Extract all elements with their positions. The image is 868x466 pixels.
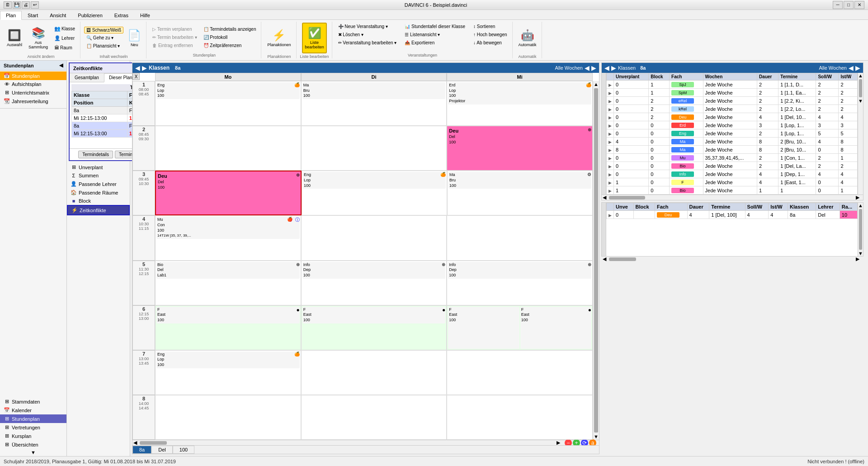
cell-mi-6[interactable]: FEast100 FEast100 ●: [447, 305, 593, 350]
bscroll-left[interactable]: ◀: [603, 256, 609, 262]
cell-mo-8[interactable]: [155, 395, 301, 440]
btn-auswahl[interactable]: 🔲 Auswahl: [5, 23, 24, 53]
btn-protokoll[interactable]: 🔄 Protokoll: [201, 33, 259, 41]
right-scroll-left[interactable]: ◀: [603, 195, 609, 200]
btn-listenansicht[interactable]: ☰ Listenansicht ▾: [402, 31, 467, 38]
col-x-btn[interactable]: X: [132, 73, 140, 80]
cell-di-2[interactable]: [301, 126, 447, 171]
bottom-right-scrollbar[interactable]: ▲ ▼: [858, 203, 863, 256]
right-week-prev[interactable]: ◀: [849, 64, 854, 71]
btn-raum[interactable]: 🏛 Raum: [52, 43, 77, 52]
cell-di-1[interactable]: MaBru100: [301, 81, 447, 126]
right-h-thumb[interactable]: [609, 196, 645, 200]
tab-publizieren[interactable]: Publizieren: [72, 11, 108, 19]
calendar-h-scrollbar[interactable]: ◀ ▶ − + ⟳ a: [132, 440, 599, 445]
btn-eintrag-entfernen[interactable]: 🗑 Eintrag entfernen: [150, 42, 199, 49]
scroll-up-btn[interactable]: ▲: [593, 81, 599, 87]
cell-mo-7[interactable]: EngLop100 🍊: [155, 350, 301, 395]
cell-mo-6[interactable]: FEast100 ●: [155, 305, 301, 350]
list-item[interactable]: ▶ 00 Erd Jede Woche3 1 [Lop, 1...33: [607, 121, 858, 129]
btn-sortieren[interactable]: ↕ Sortieren: [471, 23, 509, 30]
quick-access-1[interactable]: 💾: [13, 1, 21, 9]
right-prev-btn[interactable]: ◀: [604, 64, 609, 71]
bscroll-down[interactable]: ▼: [858, 251, 863, 256]
list-item[interactable]: ▶ 40 Ma Jede Woche8 2 [Bru, 10...48: [607, 138, 858, 146]
btn-termindetails[interactable]: Termindetails: [78, 151, 113, 158]
sidebar-item-vertretungen[interactable]: ⊞ Vertretungen: [0, 423, 66, 432]
btn-veranstaltung-bearbeiten[interactable]: ✏ Veranstaltung bearbeiten ▾: [336, 39, 399, 47]
cell-mo-5[interactable]: BioDelLab1 ⊕: [155, 261, 301, 305]
sidebar-item-stundenplan2[interactable]: ⊞ Stundenplan: [0, 414, 66, 423]
cell-mo-4[interactable]: MuCon10014T1W [35, 37, 39,... 🍎 ⓘ: [155, 215, 301, 260]
cal-tab-100[interactable]: 100: [173, 446, 194, 454]
list-item[interactable]: ▶ 10 F Jede Woche4 1 [East, 1...04: [607, 178, 858, 186]
cell-mi-7[interactable]: [447, 350, 593, 395]
btn-schwarz-weiss[interactable]: 🖼 Schwarz/Weiß: [84, 27, 123, 33]
right-week-next[interactable]: ▶: [855, 64, 860, 71]
cell-di-5[interactable]: InfoDep100 ⊕: [301, 261, 447, 305]
btn-neue-veranstaltung[interactable]: ➕ Neue Veranstaltung ▾: [336, 23, 399, 30]
sidebar-item-kalender[interactable]: 📅 Kalender: [0, 406, 66, 414]
cell-di-7[interactable]: [301, 350, 447, 395]
maximize-button[interactable]: □: [844, 1, 854, 9]
sidebar-item-passende-lehrer[interactable]: 👤 Passende Lehrer: [67, 180, 130, 188]
right-next-btn[interactable]: ▶: [611, 64, 616, 71]
sidebar-item-zeitkonflikte[interactable]: ⚡ Zeitkonflikte: [67, 205, 130, 215]
list-item[interactable]: ▶ 02 eRel Jede Woche2 1 [2.2, Ki...22: [607, 97, 858, 105]
cal-next-btn[interactable]: ▶: [142, 64, 147, 71]
right-scroll-down[interactable]: ▼: [858, 98, 863, 104]
list-item[interactable]: ▶ 01 SpM Jede Woche2 1 [1.1, Ea...22: [607, 89, 858, 97]
bscroll-right[interactable]: ▶: [856, 256, 862, 262]
list-item[interactable]: ▶ 00 Bio Jede Woche2 1 [Del, La...22: [607, 162, 858, 170]
cell-mi-4[interactable]: [447, 215, 593, 260]
cal-tab-del[interactable]: Del: [151, 446, 173, 454]
cal-prev-btn[interactable]: ◀: [135, 64, 140, 71]
bscroll-thumb[interactable]: [859, 209, 862, 250]
b-h-thumb[interactable]: [609, 257, 636, 261]
right-list-h-scrollbar[interactable]: ◀ ▶: [602, 195, 863, 200]
btn-aus-sammlung[interactable]: 📚 AusSammlung: [26, 23, 50, 53]
app-icon[interactable]: 🗓: [4, 1, 12, 9]
conflict-tab-gesamtplan[interactable]: Gesamtplan: [70, 73, 104, 82]
bscroll-up[interactable]: ▲: [858, 203, 863, 208]
sidebar-item-summen[interactable]: Σ Summen: [67, 171, 130, 180]
list-item[interactable]: ▶ 01 SpJ Jede Woche2 1 [1.1, D...22: [607, 81, 858, 89]
btn-klasse[interactable]: 👥 Klasse: [52, 24, 77, 33]
cell-mi-3[interactable]: MaBru100 ⚙: [447, 171, 593, 215]
list-item[interactable]: ▶ 00 Eng Jede Woche2 1 [Lop, 1...55: [607, 129, 858, 138]
cell-mo-3[interactable]: DeuDel100 ⊕: [155, 171, 302, 215]
cell-mi-5[interactable]: InfoDep100 ⊕: [447, 261, 593, 305]
sidebar-collapse-icon[interactable]: ◀: [59, 62, 63, 68]
btn-hoch-bewegen[interactable]: ↑ Hoch bewegen: [471, 31, 509, 38]
btn-gehe-zu[interactable]: 🔍 Gehe zu ▾: [84, 34, 123, 42]
cell-mi-8[interactable]: [447, 395, 593, 440]
bottom-right-h-scrollbar[interactable]: ◀ ▶: [602, 256, 863, 262]
minimize-button[interactable]: ─: [833, 1, 843, 9]
list-item[interactable]: ▶ 02 Deu Jede Woche4 1 [Del, 10...44: [607, 113, 858, 121]
right-scroll-thumb[interactable]: [859, 79, 862, 97]
tab-hilfe[interactable]: Hilfe: [134, 11, 156, 19]
sidebar-item-passende-raeume[interactable]: 🏠 Passende Räume: [67, 188, 130, 197]
cal-week-next[interactable]: ▶: [591, 64, 596, 71]
cell-mi-1[interactable]: ErdLop100Projektor 🍊: [447, 81, 593, 126]
cal-week-prev[interactable]: ◀: [585, 64, 590, 71]
list-item[interactable]: ▶ 00 Info Jede Woche4 1 [Dep, 1...44: [607, 170, 858, 178]
sidebar-item-kursplan[interactable]: ⊞ Kursplan: [0, 432, 66, 440]
sidebar-item-aufsichtsplan[interactable]: 👁 Aufsichtsplan: [0, 80, 66, 88]
sidebar-item-jahresverteilung[interactable]: 📆 Jahresverteilung: [0, 97, 66, 105]
cell-mi-2[interactable]: DeuDel100 ⊕: [447, 126, 593, 171]
tab-plan[interactable]: Plan: [0, 11, 22, 20]
calendar-scrollbar[interactable]: ▲ ▼: [593, 81, 599, 440]
btn-ab-bewegen[interactable]: ↓ Ab bewegen: [471, 39, 509, 47]
cell-di-4[interactable]: [301, 215, 447, 260]
tab-extras[interactable]: Extras: [108, 11, 134, 19]
cell-mo-1[interactable]: EngLop100 🍊: [155, 81, 301, 126]
btn-planaktionen[interactable]: ⚡ Planaktionen: [265, 23, 293, 53]
sidebar-item-unverplant[interactable]: ⊞ Unverplant: [67, 163, 130, 171]
btn-planansicht[interactable]: 📋 Planansicht ▾: [84, 42, 123, 50]
sidebar-item-stammdaten[interactable]: ⊞ Stammdaten: [0, 397, 66, 406]
sidebar-item-uebersichten[interactable]: ⊞ Übersichten: [0, 440, 66, 449]
btn-stundentafel[interactable]: 📊 Stundentafel dieser Klasse: [402, 23, 467, 30]
cell-di-8[interactable]: [301, 395, 447, 440]
sidebar-item-stundenplan[interactable]: 📅 Stundenplan: [0, 71, 66, 80]
